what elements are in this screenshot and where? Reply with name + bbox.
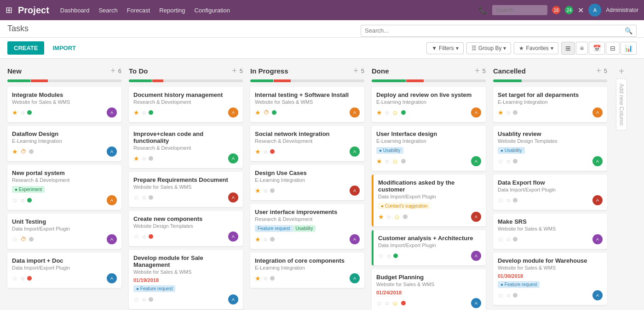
star-empty-icon[interactable]: ☆ — [133, 296, 139, 303]
column-add-new[interactable]: + — [110, 66, 115, 76]
close-icon[interactable]: ✕ — [578, 6, 584, 15]
task-card[interactable]: Document history management Research & D… — [129, 87, 243, 122]
admin-label: Administrator — [606, 7, 638, 13]
column-add-cancelled[interactable]: + — [596, 66, 601, 76]
top-menu: Dashboard Search Forecast Reporting Conf… — [60, 7, 230, 14]
column-add-done[interactable]: + — [475, 66, 480, 76]
task-card[interactable]: Develop module for Sale Management Websi… — [129, 250, 243, 309]
card-tags: ● Usability — [498, 147, 603, 153]
task-card[interactable]: Improve+clean code and functionality Res… — [129, 126, 243, 168]
task-card[interactable]: Create new components Website Design Tem… — [129, 211, 243, 246]
card-footer: ☆ ○ A — [12, 195, 117, 205]
notification-badge-2[interactable]: 24 — [565, 6, 573, 14]
task-card[interactable]: Deploy and review on live system E-Learn… — [372, 87, 486, 122]
status-dot — [27, 276, 32, 281]
nav-dashboard[interactable]: Dashboard — [60, 7, 90, 14]
task-card[interactable]: User Interface design E-Learning Integra… — [372, 126, 486, 171]
card-footer: ★ ○ A — [255, 273, 360, 283]
status-dot — [513, 159, 518, 163]
card-title: Budget Planning — [376, 274, 481, 281]
task-card[interactable]: Make SRS Website for Sales & WMS ☆ ○ A — [493, 214, 607, 249]
task-card[interactable]: Usablity review Website Design Templates… — [493, 126, 607, 171]
task-card[interactable]: Social network integration Research & De… — [250, 126, 364, 161]
groupby-button[interactable]: ☰ Group By ▾ — [466, 42, 512, 54]
star-empty-icon[interactable]: ☆ — [498, 292, 504, 299]
star-icon[interactable]: ★ — [133, 155, 139, 162]
task-card[interactable]: Data Export flow Data Import/Export Plug… — [493, 175, 607, 210]
column-title-done: Done — [372, 67, 472, 75]
card-avatar: A — [228, 192, 238, 203]
filters-button[interactable]: ▼ Filters ▾ — [426, 42, 464, 54]
notification-badge-1[interactable]: 16 — [552, 6, 560, 14]
star-icon[interactable]: ★ — [255, 187, 261, 194]
task-card[interactable]: Customer analysis + Architecture Data Im… — [372, 230, 486, 265]
add-new-column[interactable]: + Add new Column — [615, 66, 628, 310]
phone-icon[interactable]: 📞 — [478, 6, 488, 15]
star-empty-icon[interactable]: ☆ — [498, 158, 504, 165]
task-card[interactable]: Budget Planning Website for Sales & WMS … — [372, 269, 486, 310]
avatar: A — [592, 195, 603, 205]
chart-view-button[interactable]: 📊 — [621, 42, 637, 55]
avatar: A — [228, 192, 238, 203]
import-button[interactable]: IMPORT — [48, 41, 80, 55]
task-card[interactable]: Develop module for Warehouse Website for… — [493, 253, 607, 305]
task-card[interactable]: New portal system Research & Development… — [7, 165, 121, 210]
star-empty-icon[interactable]: ☆ — [133, 233, 139, 240]
kanban-view-button[interactable]: ⊞ — [561, 42, 575, 55]
task-card[interactable]: Design Use Cases E-Learning Integration … — [250, 165, 364, 200]
task-card[interactable]: Set target for all deparments E-Learning… — [493, 87, 607, 122]
favorites-button[interactable]: ★ Favorites ▾ — [514, 42, 558, 54]
star-icon[interactable]: ★ — [376, 109, 382, 116]
add-new-column-label[interactable]: Add new Column — [616, 79, 627, 130]
star-empty-icon[interactable]: ☆ — [12, 236, 18, 243]
star-empty-icon[interactable]: ☆ — [133, 194, 139, 201]
avatar[interactable]: A — [588, 4, 601, 17]
task-card[interactable]: Integration of core components E-Learnin… — [250, 253, 364, 288]
status-dot — [401, 301, 406, 305]
nav-search[interactable]: Search — [98, 7, 117, 14]
card-footer: ★ ○ A — [133, 107, 238, 118]
calendar-view-button[interactable]: 📅 — [589, 42, 605, 55]
task-card[interactable]: Internal testing + Software Install Webs… — [250, 87, 364, 122]
star-empty-icon[interactable]: ☆ — [12, 197, 18, 204]
list-view-button[interactable]: ≡ — [576, 42, 588, 55]
task-card[interactable]: User interface improvements Research & D… — [250, 204, 364, 249]
table-view-button[interactable]: ⊟ — [606, 42, 620, 55]
circle-icon: ○ — [21, 275, 24, 282]
star-icon[interactable]: ★ — [376, 158, 382, 165]
star-empty-icon[interactable]: ☆ — [12, 275, 18, 282]
column-add-inprogress[interactable]: + — [353, 66, 358, 76]
task-card[interactable]: Dataflow Design E-Learning Integration ★… — [7, 126, 121, 161]
topnav-search-input[interactable] — [492, 5, 547, 15]
create-button[interactable]: CREATE — [7, 41, 44, 55]
star-icon[interactable]: ★ — [12, 148, 18, 155]
task-card[interactable]: Integrate Modules Website for Sales & WM… — [7, 87, 121, 122]
nav-configuration[interactable]: Configuration — [195, 7, 230, 14]
column-title-cancelled: Cancelled — [493, 67, 593, 75]
star-icon[interactable]: ★ — [12, 109, 18, 116]
status-dot — [401, 110, 406, 115]
star-icon[interactable]: ★ — [255, 275, 261, 282]
card-tags: ● Usability — [376, 147, 481, 153]
avatar: A — [471, 156, 481, 166]
star-empty-icon[interactable]: ☆ — [378, 252, 384, 259]
star-icon[interactable]: ★ — [498, 109, 504, 116]
search-input[interactable] — [365, 27, 625, 34]
nav-forecast[interactable]: Forecast — [127, 7, 150, 14]
star-empty-icon[interactable]: ☆ — [498, 236, 504, 243]
column-add-todo[interactable]: + — [232, 66, 237, 76]
star-icon[interactable]: ★ — [255, 148, 261, 155]
apps-icon[interactable]: ⊞ — [6, 5, 12, 15]
star-icon[interactable]: ★ — [133, 109, 139, 116]
star-icon[interactable]: ★ — [378, 213, 384, 220]
card-title: Usablity review — [498, 130, 603, 137]
star-icon[interactable]: ★ — [255, 236, 261, 243]
star-icon[interactable]: ★ — [255, 109, 261, 116]
nav-reporting[interactable]: Reporting — [159, 7, 185, 14]
task-card[interactable]: Prepare Requirements Document Website fo… — [129, 172, 243, 207]
task-card[interactable]: Modifications asked by the customer Data… — [372, 175, 486, 226]
task-card[interactable]: Data import + Doc Data Import/Export Plu… — [7, 253, 121, 288]
star-empty-icon[interactable]: ☆ — [498, 197, 504, 204]
star-empty-icon[interactable]: ☆ — [376, 299, 382, 307]
task-card[interactable]: Unit Testing Data Import/Export Plugin ☆… — [7, 214, 121, 249]
